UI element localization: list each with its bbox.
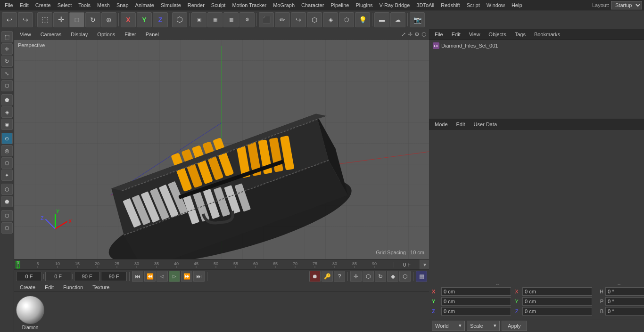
vp-panel-btn[interactable]: Panel	[143, 31, 162, 38]
tool-bend[interactable]: ⬟	[1, 196, 13, 207]
coord-y-rot[interactable]	[522, 297, 592, 306]
menu-motion-tracker[interactable]: Motion Tracker	[229, 1, 269, 9]
material-item[interactable]: Diamon	[16, 294, 44, 330]
tool-magnet[interactable]: ⊙	[1, 133, 13, 144]
keyframe-tool[interactable]: ◆	[387, 271, 398, 282]
coord-z-pos[interactable]	[441, 307, 511, 316]
coord-z-rot[interactable]	[522, 307, 592, 316]
camera-button[interactable]: 📷	[410, 12, 425, 27]
play-reverse-button[interactable]: ◁	[157, 271, 168, 282]
undo-button[interactable]: ↩	[2, 12, 17, 27]
redo-button[interactable]: ↪	[18, 12, 33, 27]
tool-smooth[interactable]: ⬟	[1, 94, 13, 105]
mat-create-btn[interactable]: Create	[17, 283, 38, 291]
menu-redshift[interactable]: Redshift	[438, 1, 462, 9]
menu-tools[interactable]: Tools	[75, 1, 93, 9]
pen-button[interactable]: ✏	[275, 12, 290, 27]
viewport[interactable]: Y X Z Perspective Grid Spacing : 10 cm	[14, 40, 429, 259]
obj-bookmarks-btn[interactable]: Bookmarks	[531, 31, 563, 38]
z-axis-button[interactable]: Z	[153, 12, 168, 27]
menu-create[interactable]: Create	[33, 1, 54, 9]
tool-weld[interactable]: ◉	[1, 119, 13, 130]
menu-mesh[interactable]: Mesh	[94, 1, 113, 9]
tool-loft[interactable]: ⬡	[1, 184, 13, 195]
scale-tool-button[interactable]: □	[69, 12, 84, 27]
render-view-button[interactable]: ▦	[207, 12, 223, 27]
motion-system-button[interactable]: ?	[334, 271, 345, 282]
auto-key-button[interactable]: 🔑	[322, 271, 333, 282]
timeline-view-button[interactable]: ▦	[416, 271, 427, 282]
menu-select[interactable]: Select	[55, 1, 75, 9]
start-frame-input[interactable]	[16, 272, 42, 281]
vp-cameras-btn[interactable]: Cameras	[38, 31, 65, 38]
instance-button[interactable]: ⬡	[339, 12, 354, 27]
select-tool-button[interactable]: ⬚	[37, 12, 52, 27]
timeline-ruler[interactable]: 0 5 10 15 20 25	[14, 259, 394, 270]
obj-file-btn[interactable]: File	[432, 31, 446, 38]
layout-dropdown[interactable]: Startup	[611, 1, 642, 9]
menu-sculpt[interactable]: Sculpt	[208, 1, 229, 9]
render-region-button[interactable]: ▣	[191, 12, 206, 27]
scale-tool-2[interactable]: ⬡	[363, 271, 374, 282]
coord-x-pos[interactable]	[441, 287, 511, 296]
tool-scale[interactable]: ⤡	[1, 68, 13, 79]
mat-function-btn[interactable]: Function	[60, 283, 86, 291]
coord-h-val[interactable]	[605, 287, 644, 296]
coord-x-rot[interactable]	[522, 287, 592, 296]
obj-edit-btn[interactable]: Edit	[449, 31, 463, 38]
tool-select[interactable]: ⬚	[1, 31, 13, 42]
cube-button[interactable]: ⬛	[259, 12, 274, 27]
vp-icon-arrows[interactable]: ⤢	[401, 31, 406, 38]
y-axis-button[interactable]: Y	[137, 12, 152, 27]
object-item-diamond[interactable]: L0 Diamond_Files_Set_001	[431, 41, 644, 50]
vp-view-btn[interactable]: View	[17, 31, 34, 38]
obj-objects-btn[interactable]: Objects	[486, 31, 509, 38]
vp-filter-btn[interactable]: Filter	[122, 31, 139, 38]
menu-render[interactable]: Render	[185, 1, 207, 9]
goto-end-button[interactable]: ⏭	[193, 271, 205, 282]
rotate-tool-2[interactable]: ↻	[375, 271, 386, 282]
prev-frame-button[interactable]: ⏪	[144, 271, 156, 282]
vp-display-btn[interactable]: Display	[68, 31, 91, 38]
move-tool-button[interactable]: ✛	[53, 12, 68, 27]
menu-3dtoall[interactable]: 3DToAll	[413, 1, 437, 9]
sky-button[interactable]: ☁	[390, 12, 405, 27]
tool-mirror[interactable]: ⬡	[1, 157, 13, 169]
boole-button[interactable]: ◈	[323, 12, 338, 27]
render-settings-button[interactable]: ⚙	[239, 12, 255, 27]
tool-subdivide[interactable]: ⬡	[1, 210, 13, 221]
coord-b-val[interactable]	[605, 307, 644, 316]
vp-options-btn[interactable]: Options	[94, 31, 118, 38]
coord-p-val[interactable]	[605, 297, 644, 306]
menu-window[interactable]: Window	[484, 1, 508, 9]
menu-pipeline[interactable]: Pipeline	[328, 1, 352, 9]
menu-script[interactable]: Script	[464, 1, 483, 9]
attr-edit-btn[interactable]: Edit	[454, 121, 468, 128]
vp-icon-maximize[interactable]: ⬡	[421, 31, 426, 38]
total-frames-input[interactable]	[101, 272, 127, 281]
vp-icon-move[interactable]: ✛	[408, 31, 413, 38]
menu-snap[interactable]: Snap	[114, 1, 132, 9]
play-button[interactable]: ▷	[169, 271, 180, 282]
end-frame-input[interactable]	[74, 272, 100, 281]
attr-userdata-btn[interactable]: User Data	[471, 121, 500, 128]
tool-sculpt[interactable]: ⬡	[1, 222, 13, 234]
render-button[interactable]: ▩	[223, 12, 239, 27]
timeline-end-btn[interactable]: ▾	[420, 259, 429, 270]
menu-animate[interactable]: Animate	[132, 1, 157, 9]
obj-tags-btn[interactable]: Tags	[512, 31, 528, 38]
attr-mode-btn[interactable]: Mode	[432, 121, 451, 128]
coord-y-pos[interactable]	[441, 297, 511, 306]
menu-mograph[interactable]: MoGraph	[270, 1, 297, 9]
next-frame-button[interactable]: ⏩	[181, 271, 192, 282]
world-dropdown[interactable]: World ▾	[432, 321, 465, 331]
obj-view-btn[interactable]: View	[466, 31, 483, 38]
bend-button[interactable]: ↪	[291, 12, 306, 27]
tool-rotate[interactable]: ↻	[1, 56, 13, 67]
mat-edit-btn[interactable]: Edit	[42, 283, 57, 291]
goto-start-button[interactable]: ⏮	[132, 271, 143, 282]
light-button[interactable]: 💡	[355, 12, 370, 27]
rotate-tool-button[interactable]: ↻	[85, 12, 100, 27]
scale-dropdown[interactable]: Scale ▾	[467, 321, 500, 331]
record-button[interactable]: ⏺	[309, 271, 321, 282]
